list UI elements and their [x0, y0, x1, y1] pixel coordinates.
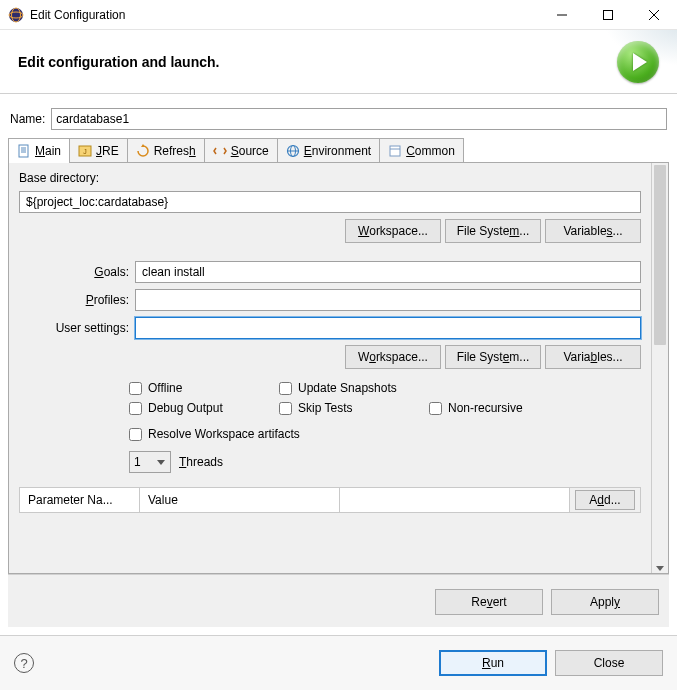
workspace-button[interactable]: Workspace...: [345, 219, 441, 243]
profiles-label: Profiles:: [19, 293, 129, 307]
user-settings-buttons: Workspace... File System... Variables...: [19, 345, 641, 369]
variables-button-2[interactable]: Variables...: [545, 345, 641, 369]
minimize-button[interactable]: [539, 0, 585, 30]
debug-output-check[interactable]: Debug Output: [129, 401, 269, 415]
tab-label: JRE: [96, 144, 119, 158]
jre-icon: J: [78, 144, 92, 158]
tab-label: Environment: [304, 144, 371, 158]
run-icon: [617, 41, 659, 83]
base-dir-input[interactable]: ${project_loc:cardatabase}: [19, 191, 641, 213]
non-recursive-check[interactable]: Non-recursive: [429, 401, 569, 415]
chevron-down-icon: [156, 460, 166, 465]
content: Name: Main J JRE Refresh Source Environm…: [0, 94, 677, 635]
skip-tests-check[interactable]: Skip Tests: [279, 401, 419, 415]
add-button[interactable]: Add...: [575, 490, 635, 510]
run-button[interactable]: Run: [439, 650, 547, 676]
svg-rect-4: [604, 10, 613, 19]
svg-rect-7: [19, 145, 28, 157]
name-label: Name:: [10, 112, 45, 126]
update-snapshots-check[interactable]: Update Snapshots: [279, 381, 419, 395]
source-icon: [213, 144, 227, 158]
base-dir-value: ${project_loc:cardatabase}: [26, 195, 168, 209]
main-panel: Base directory: ${project_loc:cardatabas…: [9, 163, 651, 573]
revert-apply-row: Revert Apply: [8, 574, 669, 627]
checkbox-grid-2: Resolve Workspace artifacts: [129, 427, 641, 441]
tab-environment[interactable]: Environment: [277, 138, 380, 162]
apply-button[interactable]: Apply: [551, 589, 659, 615]
footer: ? Run Close: [0, 635, 677, 690]
profiles-input[interactable]: [135, 289, 641, 311]
maximize-button[interactable]: [585, 0, 631, 30]
checkbox-grid: Offline Update Snapshots Debug Output Sk…: [129, 381, 641, 415]
resolve-workspace-check[interactable]: Resolve Workspace artifacts: [129, 427, 641, 441]
close-button-footer[interactable]: Close: [555, 650, 663, 676]
workspace-button-2[interactable]: Workspace...: [345, 345, 441, 369]
base-dir-buttons: Workspace... File System... Variables...: [19, 219, 641, 243]
table-header-value[interactable]: Value: [140, 488, 340, 512]
tab-label: Refresh: [154, 144, 196, 158]
threads-label: Threads: [179, 455, 223, 469]
refresh-icon: [136, 144, 150, 158]
footer-buttons: Run Close: [439, 650, 663, 676]
goals-input[interactable]: clean install: [135, 261, 641, 283]
tab-refresh[interactable]: Refresh: [127, 138, 205, 162]
tab-jre[interactable]: J JRE: [69, 138, 128, 162]
form-fields: Goals: clean install Profiles: User sett…: [19, 261, 641, 339]
file-system-button[interactable]: File System...: [445, 219, 541, 243]
goals-value: clean install: [142, 265, 205, 279]
common-icon: [388, 144, 402, 158]
base-dir-label: Base directory:: [19, 171, 641, 185]
svg-text:J: J: [83, 148, 87, 155]
tab-source[interactable]: Source: [204, 138, 278, 162]
name-row: Name:: [8, 104, 669, 132]
svg-rect-16: [390, 146, 400, 156]
tab-bar: Main J JRE Refresh Source Environment Co…: [8, 138, 669, 163]
parameter-table: Parameter Na... Value Add...: [19, 487, 641, 513]
banner-title: Edit configuration and launch.: [18, 54, 219, 70]
tab-label: Main: [35, 144, 61, 158]
eclipse-icon: [8, 7, 24, 23]
user-settings-input[interactable]: [135, 317, 641, 339]
help-icon[interactable]: ?: [14, 653, 34, 673]
threads-value: 1: [134, 455, 141, 469]
close-button[interactable]: [631, 0, 677, 30]
tab-common[interactable]: Common: [379, 138, 464, 162]
file-system-button-2[interactable]: File System...: [445, 345, 541, 369]
banner: Edit configuration and launch.: [0, 30, 677, 94]
tab-main[interactable]: Main: [8, 138, 70, 162]
name-input[interactable]: [51, 108, 667, 130]
environment-icon: [286, 144, 300, 158]
threads-spinner[interactable]: 1: [129, 451, 171, 473]
threads-row: 1 Threads: [129, 451, 641, 473]
user-settings-label: User settings:: [19, 321, 129, 335]
table-header-name[interactable]: Parameter Na...: [20, 488, 140, 512]
titlebar: Edit Configuration: [0, 0, 677, 30]
add-button-cell: Add...: [570, 488, 640, 512]
variables-button[interactable]: Variables...: [545, 219, 641, 243]
revert-button[interactable]: Revert: [435, 589, 543, 615]
file-icon: [17, 144, 31, 158]
vertical-scrollbar[interactable]: [651, 163, 668, 573]
scrollbar-down-icon[interactable]: [652, 566, 668, 571]
window-title: Edit Configuration: [30, 8, 539, 22]
tab-label: Source: [231, 144, 269, 158]
main-panel-wrap: Base directory: ${project_loc:cardatabas…: [8, 163, 669, 574]
goals-label: Goals:: [19, 265, 129, 279]
offline-check[interactable]: Offline: [129, 381, 269, 395]
scrollbar-thumb[interactable]: [654, 165, 666, 345]
table-header-blank: [340, 488, 570, 512]
tab-label: Common: [406, 144, 455, 158]
